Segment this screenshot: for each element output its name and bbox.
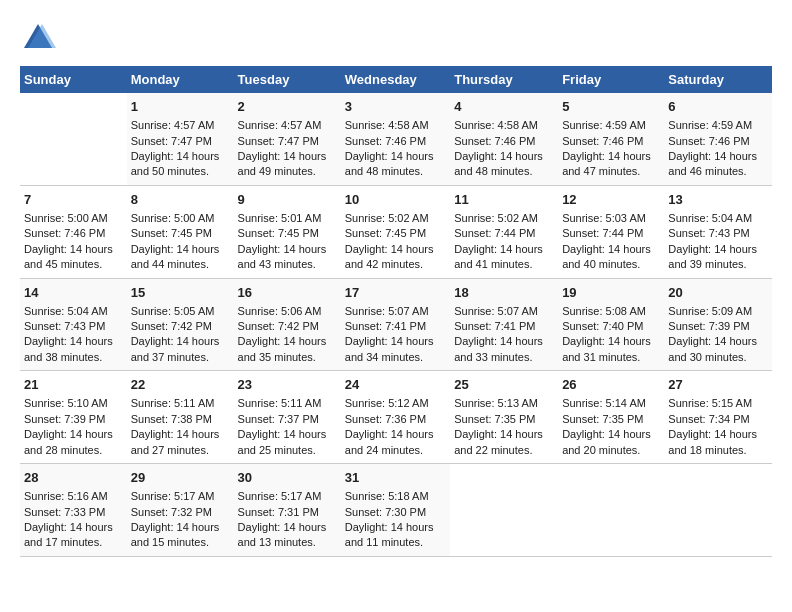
calendar-cell: 7Sunrise: 5:00 AMSunset: 7:46 PMDaylight… — [20, 185, 127, 278]
day-number: 15 — [131, 284, 230, 302]
day-info: Sunset: 7:47 PM — [238, 134, 337, 149]
calendar-cell: 12Sunrise: 5:03 AMSunset: 7:44 PMDayligh… — [558, 185, 664, 278]
calendar-cell: 1Sunrise: 4:57 AMSunset: 7:47 PMDaylight… — [127, 93, 234, 185]
week-row-1: 1Sunrise: 4:57 AMSunset: 7:47 PMDaylight… — [20, 93, 772, 185]
day-info: Sunrise: 5:00 AM — [24, 211, 123, 226]
day-number: 14 — [24, 284, 123, 302]
day-info: Daylight: 14 hours — [24, 334, 123, 349]
week-row-5: 28Sunrise: 5:16 AMSunset: 7:33 PMDayligh… — [20, 464, 772, 557]
day-info: and 17 minutes. — [24, 535, 123, 550]
day-number: 8 — [131, 191, 230, 209]
day-info: Daylight: 14 hours — [131, 427, 230, 442]
day-number: 6 — [668, 98, 768, 116]
day-number: 31 — [345, 469, 446, 487]
day-info: Daylight: 14 hours — [668, 334, 768, 349]
day-info: Sunset: 7:34 PM — [668, 412, 768, 427]
day-info: Sunrise: 5:08 AM — [562, 304, 660, 319]
day-info: Sunset: 7:36 PM — [345, 412, 446, 427]
day-info: Daylight: 14 hours — [454, 242, 554, 257]
calendar-cell: 19Sunrise: 5:08 AMSunset: 7:40 PMDayligh… — [558, 278, 664, 371]
day-info: Sunrise: 5:18 AM — [345, 489, 446, 504]
day-number: 25 — [454, 376, 554, 394]
calendar-cell: 5Sunrise: 4:59 AMSunset: 7:46 PMDaylight… — [558, 93, 664, 185]
page-header — [20, 20, 772, 56]
day-info: Sunset: 7:31 PM — [238, 505, 337, 520]
day-info: Daylight: 14 hours — [345, 520, 446, 535]
day-header-saturday: Saturday — [664, 66, 772, 93]
day-info: Sunrise: 4:57 AM — [238, 118, 337, 133]
calendar-cell — [450, 464, 558, 557]
day-info: and 43 minutes. — [238, 257, 337, 272]
day-info: and 24 minutes. — [345, 443, 446, 458]
day-info: Sunrise: 4:57 AM — [131, 118, 230, 133]
calendar-cell — [664, 464, 772, 557]
calendar-cell: 10Sunrise: 5:02 AMSunset: 7:45 PMDayligh… — [341, 185, 450, 278]
day-info: Sunrise: 5:11 AM — [238, 396, 337, 411]
calendar-cell: 6Sunrise: 4:59 AMSunset: 7:46 PMDaylight… — [664, 93, 772, 185]
day-info: and 33 minutes. — [454, 350, 554, 365]
day-info: Sunset: 7:35 PM — [454, 412, 554, 427]
calendar-cell: 3Sunrise: 4:58 AMSunset: 7:46 PMDaylight… — [341, 93, 450, 185]
day-info: Sunset: 7:39 PM — [668, 319, 768, 334]
day-info: Sunset: 7:46 PM — [454, 134, 554, 149]
day-number: 7 — [24, 191, 123, 209]
day-info: and 39 minutes. — [668, 257, 768, 272]
day-info: Daylight: 14 hours — [345, 149, 446, 164]
day-info: Daylight: 14 hours — [668, 427, 768, 442]
day-info: and 44 minutes. — [131, 257, 230, 272]
day-info: Daylight: 14 hours — [24, 427, 123, 442]
day-info: and 41 minutes. — [454, 257, 554, 272]
day-number: 26 — [562, 376, 660, 394]
day-info: Sunrise: 5:10 AM — [24, 396, 123, 411]
day-info: Daylight: 14 hours — [562, 427, 660, 442]
day-info: Daylight: 14 hours — [345, 334, 446, 349]
day-info: Sunrise: 5:03 AM — [562, 211, 660, 226]
day-info: Daylight: 14 hours — [345, 427, 446, 442]
day-header-thursday: Thursday — [450, 66, 558, 93]
calendar-cell: 22Sunrise: 5:11 AMSunset: 7:38 PMDayligh… — [127, 371, 234, 464]
day-info: and 48 minutes. — [454, 164, 554, 179]
day-info: Sunrise: 4:59 AM — [562, 118, 660, 133]
day-number: 11 — [454, 191, 554, 209]
day-info: and 34 minutes. — [345, 350, 446, 365]
day-number: 23 — [238, 376, 337, 394]
week-row-3: 14Sunrise: 5:04 AMSunset: 7:43 PMDayligh… — [20, 278, 772, 371]
day-info: Daylight: 14 hours — [668, 149, 768, 164]
day-info: and 20 minutes. — [562, 443, 660, 458]
day-info: and 22 minutes. — [454, 443, 554, 458]
day-header-sunday: Sunday — [20, 66, 127, 93]
day-info: Daylight: 14 hours — [131, 149, 230, 164]
calendar-cell: 26Sunrise: 5:14 AMSunset: 7:35 PMDayligh… — [558, 371, 664, 464]
day-info: Sunrise: 5:00 AM — [131, 211, 230, 226]
day-info: Sunset: 7:45 PM — [345, 226, 446, 241]
calendar-cell: 15Sunrise: 5:05 AMSunset: 7:42 PMDayligh… — [127, 278, 234, 371]
day-info: and 30 minutes. — [668, 350, 768, 365]
calendar-cell: 30Sunrise: 5:17 AMSunset: 7:31 PMDayligh… — [234, 464, 341, 557]
day-info: and 15 minutes. — [131, 535, 230, 550]
calendar-cell: 23Sunrise: 5:11 AMSunset: 7:37 PMDayligh… — [234, 371, 341, 464]
calendar-table: SundayMondayTuesdayWednesdayThursdayFrid… — [20, 66, 772, 557]
calendar-cell: 11Sunrise: 5:02 AMSunset: 7:44 PMDayligh… — [450, 185, 558, 278]
calendar-cell — [20, 93, 127, 185]
day-info: Sunset: 7:45 PM — [131, 226, 230, 241]
calendar-cell: 18Sunrise: 5:07 AMSunset: 7:41 PMDayligh… — [450, 278, 558, 371]
day-number: 16 — [238, 284, 337, 302]
calendar-cell: 28Sunrise: 5:16 AMSunset: 7:33 PMDayligh… — [20, 464, 127, 557]
day-info: and 49 minutes. — [238, 164, 337, 179]
day-info: and 50 minutes. — [131, 164, 230, 179]
day-info: and 25 minutes. — [238, 443, 337, 458]
day-info: and 11 minutes. — [345, 535, 446, 550]
day-info: and 27 minutes. — [131, 443, 230, 458]
day-info: Sunrise: 4:58 AM — [345, 118, 446, 133]
day-info: Daylight: 14 hours — [238, 334, 337, 349]
day-info: Daylight: 14 hours — [238, 520, 337, 535]
calendar-cell: 24Sunrise: 5:12 AMSunset: 7:36 PMDayligh… — [341, 371, 450, 464]
week-row-4: 21Sunrise: 5:10 AMSunset: 7:39 PMDayligh… — [20, 371, 772, 464]
day-info: Sunrise: 4:59 AM — [668, 118, 768, 133]
day-number: 30 — [238, 469, 337, 487]
day-number: 20 — [668, 284, 768, 302]
day-info: and 28 minutes. — [24, 443, 123, 458]
day-number: 17 — [345, 284, 446, 302]
day-info: Sunrise: 5:04 AM — [24, 304, 123, 319]
day-info: Daylight: 14 hours — [454, 149, 554, 164]
